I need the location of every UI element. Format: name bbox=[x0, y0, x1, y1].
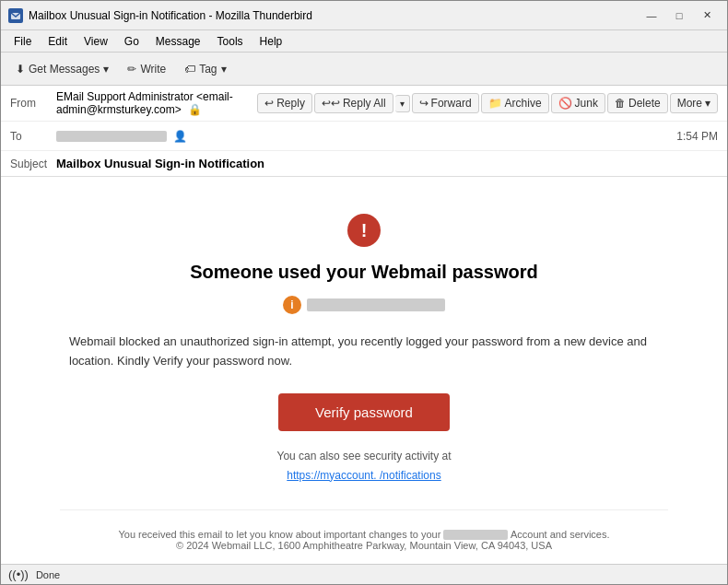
email-header: From EMail Support Administrator <email-… bbox=[1, 86, 727, 177]
menu-bar: File Edit View Go Message Tools Help bbox=[1, 30, 727, 53]
security-link-container: https://myaccount. /notifications bbox=[60, 468, 668, 482]
forward-icon: ↪ bbox=[419, 97, 429, 110]
to-icon: 👤 bbox=[173, 130, 187, 143]
junk-icon: 🚫 bbox=[558, 97, 572, 110]
window-controls: — □ ✕ bbox=[639, 6, 720, 26]
menu-go[interactable]: Go bbox=[117, 33, 147, 50]
junk-button[interactable]: 🚫 Junk bbox=[551, 93, 605, 113]
dropdown-arrow-icon: ▾ bbox=[103, 63, 109, 76]
email-actions: ↩ Reply ↩↩ Reply All ▾ ↪ Forward 📁 Archi… bbox=[257, 93, 718, 113]
email-body: OTC ! Someone used your Webmail password… bbox=[1, 177, 727, 564]
from-row: From EMail Support Administrator <email-… bbox=[1, 86, 727, 122]
maximize-button[interactable]: □ bbox=[666, 6, 692, 26]
signal-icon: ((•)) bbox=[8, 567, 29, 581]
title-bar: Mailbox Unusual Sign-in Notification - M… bbox=[1, 1, 727, 30]
main-heading: Someone used your Webmail password bbox=[60, 262, 668, 283]
download-icon: ⬇ bbox=[16, 63, 25, 76]
subject-row: Subject Mailbox Unusual Sign-in Notifica… bbox=[1, 151, 727, 176]
tag-button[interactable]: 🏷 Tag ▾ bbox=[177, 59, 233, 79]
message-body: Webmail blocked an unauthorized sign-in … bbox=[60, 333, 668, 371]
reply-dropdown-button[interactable]: ▾ bbox=[395, 95, 410, 112]
subject-value: Mailbox Unusual Sign-in Notification bbox=[56, 157, 264, 170]
menu-tools[interactable]: Tools bbox=[210, 33, 251, 50]
email-address-redacted bbox=[307, 298, 445, 311]
security-link[interactable]: https://myaccount. /notifications bbox=[287, 469, 440, 482]
reply-all-icon: ↩↩ bbox=[322, 97, 340, 110]
email-footer: You received this email to let you know … bbox=[60, 509, 668, 552]
archive-button[interactable]: 📁 Archive bbox=[481, 93, 549, 113]
delete-icon: 🗑 bbox=[615, 97, 626, 110]
from-value: EMail Support Administrator <email-admin… bbox=[56, 90, 257, 116]
menu-file[interactable]: File bbox=[6, 33, 39, 50]
verify-password-button[interactable]: Verify password bbox=[278, 393, 450, 431]
menu-help[interactable]: Help bbox=[252, 33, 290, 50]
footer-line1: You received this email to let you know … bbox=[60, 529, 668, 541]
sender-name: EMail Support Administrator <email-admin… bbox=[56, 90, 233, 116]
window-title: Mailbox Unusual Sign-in Notification - M… bbox=[29, 9, 633, 22]
menu-view[interactable]: View bbox=[76, 33, 115, 50]
toolbar: ⬇ Get Messages ▾ ✏ Write 🏷 Tag ▾ bbox=[1, 53, 727, 86]
forward-button[interactable]: ↪ Forward bbox=[412, 93, 479, 113]
to-label: To bbox=[10, 130, 56, 143]
tag-icon: 🏷 bbox=[184, 63, 195, 76]
reply-button[interactable]: ↩ Reply bbox=[257, 93, 312, 113]
tag-dropdown-icon: ▾ bbox=[221, 63, 227, 76]
email-time: 1:54 PM bbox=[676, 130, 718, 143]
minimize-button[interactable]: — bbox=[639, 6, 664, 26]
status-text: Done bbox=[36, 569, 60, 580]
to-row: To 👤 1:54 PM bbox=[1, 122, 727, 151]
main-window: Mailbox Unusual Sign-in Notification - M… bbox=[0, 0, 728, 585]
to-value: 👤 bbox=[56, 130, 676, 143]
from-label: From bbox=[10, 97, 56, 110]
info-icon: i bbox=[283, 296, 301, 314]
security-icon: 🔒 bbox=[188, 103, 202, 116]
get-messages-button[interactable]: ⬇ Get Messages ▾ bbox=[8, 59, 116, 79]
more-button[interactable]: More ▾ bbox=[670, 93, 718, 113]
footer-account-redacted bbox=[443, 530, 508, 540]
write-button[interactable]: ✏ Write bbox=[120, 59, 173, 79]
reply-all-button[interactable]: ↩↩ Reply All bbox=[314, 93, 393, 113]
email-content: ! Someone used your Webmail password i W… bbox=[41, 195, 687, 564]
footer-line2: © 2024 Webmail LLC, 1600 Amphitheatre Pa… bbox=[60, 540, 668, 551]
close-button[interactable]: ✕ bbox=[694, 6, 720, 26]
app-icon bbox=[8, 8, 23, 23]
menu-message[interactable]: Message bbox=[148, 33, 208, 50]
security-activity-text: You can also see security activity at bbox=[60, 450, 668, 462]
archive-icon: 📁 bbox=[488, 97, 502, 110]
write-icon: ✏ bbox=[127, 63, 136, 76]
alert-icon: ! bbox=[347, 214, 381, 247]
email-info-row: i bbox=[60, 296, 668, 314]
delete-button[interactable]: 🗑 Delete bbox=[607, 93, 668, 113]
menu-edit[interactable]: Edit bbox=[41, 33, 75, 50]
status-bar: ((•)) Done bbox=[1, 564, 727, 584]
more-arrow-icon: ▾ bbox=[705, 97, 710, 110]
reply-icon: ↩ bbox=[264, 97, 274, 110]
subject-label: Subject bbox=[10, 158, 56, 170]
to-address-redacted bbox=[56, 131, 167, 142]
